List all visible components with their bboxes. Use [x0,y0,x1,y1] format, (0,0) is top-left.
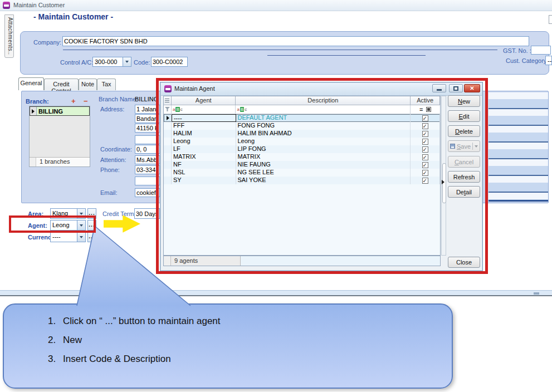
description-cell[interactable]: NIE FAUNG [236,161,411,169]
save-button[interactable]: Save [448,140,480,152]
description-cell[interactable]: MATRIX [236,153,411,161]
close-window-button[interactable]: ✕ [464,84,480,92]
active-checkbox[interactable] [422,131,428,137]
active-checkbox[interactable] [422,115,428,121]
partial-edge-button[interactable] [549,15,552,24]
column-chooser[interactable] [164,96,172,105]
table-row[interactable]: HALIM HALIM BIN AHMAD [164,130,440,138]
table-row[interactable]: Leong Leong [164,138,440,145]
column-header-agent[interactable]: Agent [172,96,236,105]
address-line4-input[interactable] [135,135,160,144]
coordinate-input[interactable] [135,145,160,154]
refresh-button[interactable]: Refresh [448,171,480,183]
table-row[interactable]: FFF FONG FONG [164,122,440,130]
active-filter-cell[interactable]: = [411,105,440,114]
window-title: Maintain Customer [13,2,65,8]
cust-category-dropdown[interactable]: -- [545,56,552,65]
maximize-button[interactable] [449,84,463,92]
area-browse-button[interactable]: ... [87,208,96,219]
description-cell[interactable]: DEFAULT AGENT [236,114,411,122]
active-checkbox[interactable] [422,146,428,153]
row-indicator [164,138,172,145]
table-row[interactable]: NSL NG SEE LEE [164,169,440,177]
attachments-tab[interactable]: Attachments.. [4,14,14,58]
agent-cell[interactable]: MATRIX [172,153,236,161]
table-row[interactable]: LF LIP FONG [164,145,440,153]
agent-cell[interactable]: NF [172,161,236,169]
agent-cell[interactable]: Leong [172,138,236,145]
active-checkbox[interactable] [422,178,428,184]
active-checkbox[interactable] [422,123,428,129]
delete-button[interactable]: Delete [448,125,480,137]
remove-branch-button[interactable]: − [84,99,88,104]
cancel-button[interactable]: Cancel [448,156,480,168]
button-divider [472,143,473,150]
agent-cell[interactable]: NSL [172,169,236,177]
active-checkbox[interactable] [422,162,428,168]
phone2-input[interactable] [135,177,160,185]
table-row[interactable]: MATRIX MATRIX [164,153,440,161]
minimize-button[interactable] [432,84,446,92]
tab-credit-control[interactable]: Credit Control [44,79,79,90]
new-button[interactable]: New [448,95,480,107]
checkbox-filter-icon [426,107,431,112]
maintain-customer-window: Maintain Customer Attachments.. - Mainta… [0,0,552,392]
agent-filter-cell[interactable]: aBc [172,105,236,114]
hscroll-thumb[interactable] [534,292,539,295]
phone-label: Phone: [100,166,120,173]
description-cell[interactable]: Leong [236,138,411,145]
tab-general[interactable]: General [18,77,44,90]
phone-input[interactable] [135,165,160,174]
area-dropdown[interactable]: Klang [50,208,86,219]
description-cell[interactable]: NG SEE LEE [236,169,411,177]
code-label: Code: [134,59,150,66]
edit-button[interactable]: Edit [448,110,480,122]
column-header-description[interactable]: Description [236,96,411,105]
description-cell[interactable]: FONG FONG [236,122,411,130]
grid-status-bar: 9 agents [163,256,441,266]
email-input[interactable] [135,188,160,197]
company-input[interactable] [62,36,529,46]
active-checkbox[interactable] [422,154,428,160]
column-header-active[interactable]: Active [411,96,440,105]
agent-cell[interactable]: HALIM [172,130,236,138]
agent-cell[interactable]: ---- [172,114,236,122]
branch-list[interactable]: BILLING 1 branches [29,106,90,167]
description-filter-cell[interactable]: aBc [236,105,411,114]
address-line2-input[interactable] [135,114,160,123]
close-button[interactable]: Close [448,257,480,268]
add-branch-button[interactable]: + [71,99,76,104]
branch-list-item[interactable]: BILLING [30,106,90,116]
detail-button[interactable]: Detail [448,186,480,198]
chevron-down-icon[interactable] [123,57,131,66]
agent-cell[interactable]: SY [172,177,236,184]
credit-terms-input[interactable] [134,208,160,219]
table-row[interactable]: SY SAI YOKE [164,177,440,184]
tab-note[interactable]: Note [79,79,97,90]
address-line3-input[interactable] [135,124,160,133]
agent-cell[interactable]: FFF [172,122,236,130]
chevron-down-icon[interactable] [77,209,85,218]
active-checkbox[interactable] [422,139,428,145]
branch-count-status: 1 branches [30,157,90,166]
table-row[interactable]: NF NIE FAUNG [164,161,440,169]
minimize-icon [437,89,442,91]
grid-vertical-scrollbar[interactable] [441,96,446,256]
active-cell [411,153,440,161]
active-checkbox[interactable] [422,170,428,176]
description-cell[interactable]: SAI YOKE [236,177,411,184]
agent-cell[interactable]: LF [172,145,236,153]
code-input[interactable] [151,57,188,67]
control-ac-dropdown[interactable]: 300-000 [92,57,131,67]
active-cell [411,114,440,122]
agent-label: Agent: [28,222,47,229]
attention-input[interactable] [135,155,160,164]
tab-tax[interactable]: Tax [97,79,116,90]
table-row[interactable]: ---- DEFAULT AGENT [164,114,440,122]
address-line1-input[interactable] [135,105,160,114]
save-dropdown-icon[interactable] [475,145,478,148]
page-title: - Maintain Customer - [33,12,113,21]
gst-no-input[interactable] [531,46,551,55]
description-cell[interactable]: LIP FONG [236,145,411,153]
description-cell[interactable]: HALIM BIN AHMAD [236,130,411,138]
